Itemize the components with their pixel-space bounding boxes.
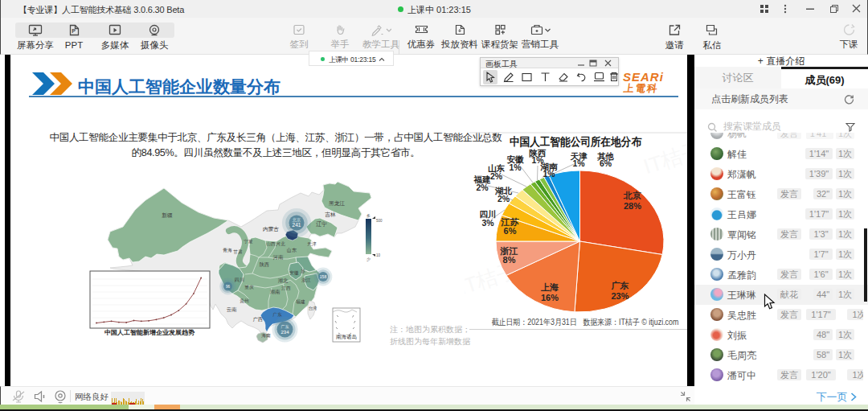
svg-text:山西: 山西 — [266, 241, 276, 247]
svg-text:中国人工智能新增企业发展趋势: 中国人工智能新增企业发展趋势 — [104, 328, 195, 336]
svg-text:500: 500 — [376, 219, 383, 223]
svg-text:广东: 广东 — [281, 324, 289, 329]
svg-text:湖北: 湖北 — [278, 277, 289, 284]
svg-text:河北: 河北 — [276, 241, 285, 247]
svg-text:广东: 广东 — [272, 312, 282, 317]
svg-text:南海诸岛: 南海诸岛 — [336, 334, 357, 340]
svg-text:贵州: 贵州 — [240, 298, 249, 303]
svg-text:天津: 天津 — [307, 241, 317, 247]
svg-text:P: P — [72, 28, 76, 34]
svg-text:湖南: 湖南 — [270, 289, 280, 294]
svg-text:1%: 1% — [509, 162, 522, 172]
svg-text:台湾: 台湾 — [309, 306, 317, 311]
svg-text:1%: 1% — [542, 169, 555, 179]
svg-text:吉林: 吉林 — [325, 212, 336, 217]
svg-text:广西: 广西 — [253, 316, 263, 323]
svg-text:96: 96 — [226, 285, 231, 289]
svg-text:内蒙古: 内蒙古 — [263, 226, 279, 232]
svg-text:2%: 2% — [476, 183, 489, 192]
svg-text:江西: 江西 — [281, 286, 291, 291]
svg-text:IT桔子: IT桔子 — [641, 138, 687, 179]
svg-text:浙江: 浙江 — [301, 277, 311, 283]
svg-text:多: 多 — [366, 213, 371, 218]
svg-text:河南: 河南 — [273, 254, 284, 261]
svg-text:宁夏: 宁夏 — [244, 239, 253, 245]
svg-text:截止日期：2021年3月31日 数据来源：IT桔子 ©: 截止日期：2021年3月31日 数据来源：IT桔子 © itjuzi.com — [492, 317, 679, 327]
svg-text:青海: 青海 — [223, 248, 232, 253]
svg-text:重庆: 重庆 — [244, 285, 254, 290]
svg-text:新疆: 新疆 — [162, 212, 173, 219]
svg-text:241: 241 — [293, 222, 301, 228]
svg-text:北京: 北京 — [623, 191, 641, 200]
svg-text:甘肃: 甘肃 — [233, 249, 243, 254]
svg-text:2%: 2% — [497, 194, 510, 203]
svg-text:福建: 福建 — [296, 299, 305, 305]
svg-text:安徽: 安徽 — [289, 270, 299, 276]
svg-text:3%: 3% — [481, 218, 494, 228]
svg-text:6%: 6% — [600, 158, 612, 168]
svg-text:1%: 1% — [572, 158, 585, 168]
svg-text:8%: 8% — [503, 255, 516, 265]
svg-text:辽宁: 辽宁 — [316, 220, 327, 227]
svg-text:上海: 上海 — [540, 282, 559, 292]
svg-text:海南: 海南 — [261, 333, 271, 339]
svg-text:陕西: 陕西 — [260, 261, 269, 268]
svg-text:6%: 6% — [504, 226, 517, 236]
svg-text:234: 234 — [280, 330, 289, 335]
svg-text:2%: 2% — [490, 171, 503, 181]
svg-text:广东: 广东 — [611, 281, 629, 290]
svg-text:四川: 四川 — [235, 277, 244, 283]
svg-text:云南: 云南 — [227, 306, 237, 312]
svg-text:少: 少 — [366, 257, 371, 261]
svg-text:黑龙江: 黑龙江 — [329, 200, 345, 206]
svg-text:苏: 苏 — [301, 269, 305, 273]
svg-text:16%: 16% — [541, 293, 559, 302]
svg-text:山东: 山东 — [287, 247, 297, 253]
svg-text:158: 158 — [320, 274, 327, 279]
svg-text:23%: 23% — [611, 291, 628, 301]
svg-text:10: 10 — [376, 253, 381, 257]
svg-text:中国人工智能公司所在地分布: 中国人工智能公司所在地分布 — [510, 135, 642, 148]
svg-text:28%: 28% — [624, 201, 641, 211]
